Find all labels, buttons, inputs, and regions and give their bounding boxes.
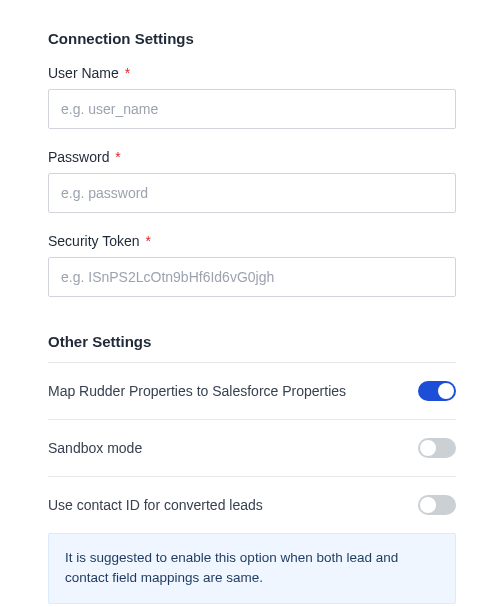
required-asterisk: * xyxy=(125,65,130,81)
sandbox-toggle[interactable] xyxy=(418,438,456,458)
security-token-input[interactable] xyxy=(48,257,456,297)
sandbox-label: Sandbox mode xyxy=(48,440,142,456)
security-token-label: Security Token * xyxy=(48,233,456,249)
connection-settings-section: Connection Settings User Name * Password… xyxy=(48,30,456,297)
username-label: User Name * xyxy=(48,65,456,81)
password-label: Password * xyxy=(48,149,456,165)
password-input[interactable] xyxy=(48,173,456,213)
toggle-knob xyxy=(420,497,436,513)
contact-id-label: Use contact ID for converted leads xyxy=(48,497,263,513)
required-asterisk: * xyxy=(145,233,150,249)
info-box: It is suggested to enable this option wh… xyxy=(48,533,456,604)
password-group: Password * xyxy=(48,149,456,213)
required-asterisk: * xyxy=(115,149,120,165)
other-settings-section: Other Settings Map Rudder Properties to … xyxy=(48,333,456,604)
username-group: User Name * xyxy=(48,65,456,129)
map-properties-label: Map Rudder Properties to Salesforce Prop… xyxy=(48,383,346,399)
username-input[interactable] xyxy=(48,89,456,129)
password-label-text: Password xyxy=(48,149,109,165)
security-token-group: Security Token * xyxy=(48,233,456,297)
other-settings-title: Other Settings xyxy=(48,333,456,363)
sandbox-row: Sandbox mode xyxy=(48,420,456,477)
map-properties-row: Map Rudder Properties to Salesforce Prop… xyxy=(48,363,456,420)
connection-settings-title: Connection Settings xyxy=(48,30,456,47)
toggle-knob xyxy=(438,383,454,399)
security-token-label-text: Security Token xyxy=(48,233,140,249)
contact-id-toggle[interactable] xyxy=(418,495,456,515)
contact-id-row: Use contact ID for converted leads xyxy=(48,477,456,533)
toggle-knob xyxy=(420,440,436,456)
username-label-text: User Name xyxy=(48,65,119,81)
map-properties-toggle[interactable] xyxy=(418,381,456,401)
